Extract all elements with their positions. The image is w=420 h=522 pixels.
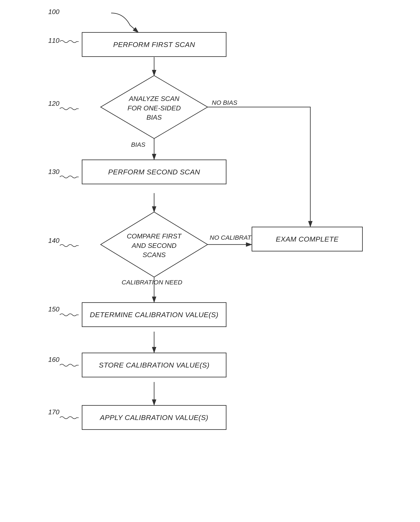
squiggle-150 <box>59 312 80 318</box>
diamond-120-label: ANALYZE SCANFOR ONE-SIDEDBIAS <box>128 94 181 122</box>
ref-130: 130 <box>48 168 59 176</box>
diamond-140-label: COMPARE FIRSTAND SECONDSCANS <box>127 231 182 260</box>
box-170-text: APPLY CALIBRATION VALUE(S) <box>100 414 208 422</box>
ref-150: 150 <box>48 305 59 313</box>
box-160-text: STORE CALIBRATION VALUE(S) <box>99 361 210 369</box>
box-130: PERFORM SECOND SCAN <box>82 160 226 184</box>
box-110-text: PERFORM FIRST SCAN <box>113 40 195 49</box>
no-bias-label: NO BIAS <box>212 99 237 106</box>
box-110: PERFORM FIRST SCAN <box>82 32 226 57</box>
squiggle-130 <box>59 174 80 180</box>
ref-100: 100 <box>48 8 59 16</box>
diagram-container: 100 110 PERFORM FIRST SCAN 120 ANALYZE S… <box>0 0 420 522</box>
squiggle-170 <box>59 415 80 421</box>
box-exam-text: EXAM COMPLETE <box>276 235 338 243</box>
bias-label: BIAS <box>131 141 145 148</box>
box-150: DETERMINE CALIBRATION VALUE(S) <box>82 302 226 327</box>
box-130-text: PERFORM SECOND SCAN <box>108 168 200 176</box>
box-170: APPLY CALIBRATION VALUE(S) <box>82 405 226 430</box>
ref-110: 110 <box>48 37 59 45</box>
diamond-120-text: ANALYZE SCANFOR ONE-SIDEDBIAS <box>111 87 197 129</box>
box-150-text: DETERMINE CALIBRATION VALUE(S) <box>90 311 218 319</box>
ref-120: 120 <box>48 100 59 107</box>
diamond-140-text: COMPARE FIRSTAND SECONDSCANS <box>112 225 196 267</box>
calibration-need-label: CALIBRATION NEED <box>122 279 182 286</box>
squiggle-120 <box>59 106 80 112</box>
squiggle-110 <box>59 38 80 45</box>
box-exam-complete: EXAM COMPLETE <box>252 227 363 252</box>
box-160: STORE CALIBRATION VALUE(S) <box>82 353 226 377</box>
squiggle-140 <box>59 242 80 249</box>
ref-140: 140 <box>48 237 59 245</box>
squiggle-160 <box>59 362 80 368</box>
diagram-svg <box>0 0 420 522</box>
ref-170: 170 <box>48 408 59 416</box>
ref-160: 160 <box>48 356 59 363</box>
